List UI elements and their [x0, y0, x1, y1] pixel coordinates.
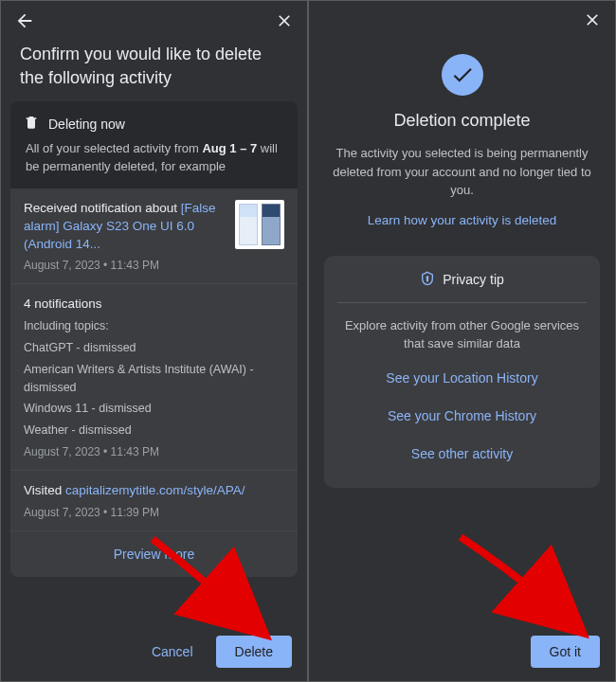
list-item: Visited capitalizemytitle.com/style/APA/… — [10, 471, 298, 531]
item-time: August 7, 2023 • 11:43 PM — [24, 259, 226, 272]
delete-button[interactable]: Delete — [216, 636, 292, 668]
complete-pane: Deletion complete The activity you selec… — [308, 0, 616, 682]
location-history-link[interactable]: See your Location History — [337, 359, 587, 397]
close-icon[interactable] — [275, 11, 294, 34]
deleting-sub: All of your selected activity from Aug 1… — [24, 140, 284, 174]
back-icon[interactable] — [14, 10, 35, 35]
page-title: Confirm you would like to delete the fol… — [1, 41, 307, 101]
list-item: Received notification about [False alarm… — [10, 188, 298, 285]
cancel-button[interactable]: Cancel — [142, 637, 203, 667]
complete-title: Deletion complete — [324, 111, 600, 131]
header — [1, 1, 307, 41]
content: Deleting now All of your selected activi… — [1, 101, 307, 622]
item-time: August 7, 2023 • 11:43 PM — [24, 445, 284, 458]
got-it-button[interactable]: Got it — [531, 636, 600, 668]
thumbnail — [235, 200, 284, 249]
trash-icon — [24, 115, 39, 133]
privacy-tip-card: Privacy tip Explore activity from other … — [324, 256, 600, 488]
shield-icon — [420, 271, 435, 289]
preview-more-link[interactable]: Preview more — [10, 531, 298, 577]
check-icon — [442, 54, 483, 96]
footer: Got it — [309, 622, 615, 681]
content: Deletion complete The activity you selec… — [309, 33, 615, 622]
header — [309, 1, 615, 33]
complete-body: The activity you selected is being perma… — [324, 144, 600, 200]
footer: Cancel Delete — [1, 622, 307, 681]
close-icon[interactable] — [583, 10, 602, 33]
item-title: Received notification about [False alarm… — [24, 200, 226, 254]
list-item: 4 notifications Including topics: ChatGP… — [10, 284, 298, 470]
deleting-head: Deleting now — [24, 115, 284, 133]
other-activity-link[interactable]: See other activity — [337, 435, 587, 473]
chrome-history-link[interactable]: See your Chrome History — [337, 397, 587, 435]
item-link[interactable]: capitalizemytitle.com/style/APA/ — [65, 483, 245, 497]
item-title: 4 notifications — [24, 296, 284, 314]
tip-body: Explore activity from other Google servi… — [337, 303, 587, 359]
confirm-pane: Confirm you would like to delete the fol… — [0, 0, 308, 682]
tip-head: Privacy tip — [337, 271, 587, 303]
learn-link[interactable]: Learn how your activity is deleted — [324, 213, 600, 227]
item-title: Visited capitalizemytitle.com/style/APA/ — [24, 482, 284, 500]
item-time: August 7, 2023 • 11:39 PM — [24, 506, 284, 519]
svg-point-0 — [426, 276, 428, 278]
activity-list: Received notification about [False alarm… — [10, 188, 298, 577]
svg-rect-1 — [427, 278, 428, 281]
deleting-banner: Deleting now All of your selected activi… — [10, 101, 298, 188]
